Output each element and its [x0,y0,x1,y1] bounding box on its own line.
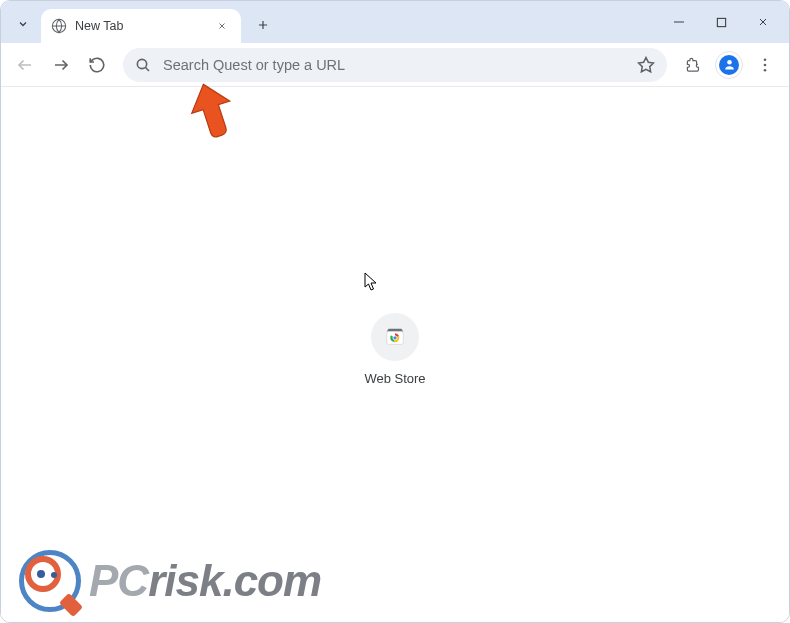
window-controls [659,1,783,43]
new-tab-button[interactable] [249,11,277,39]
back-button[interactable] [9,49,41,81]
tab-search-dropdown[interactable] [9,9,37,39]
watermark-text: PCrisk.com [89,556,321,606]
new-tab-content: Web Store PCrisk.com [1,87,789,622]
chevron-down-icon [17,18,29,30]
kebab-icon [756,56,774,74]
arrow-right-icon [52,56,70,74]
svg-line-13 [146,67,149,70]
avatar-icon [719,55,739,75]
close-window-button[interactable] [743,7,783,37]
close-icon [217,21,227,31]
reload-icon [88,56,106,74]
bookmark-button[interactable] [637,56,655,74]
shortcuts-grid: Web Store [340,313,450,386]
address-bar-input[interactable] [163,57,637,73]
toolbar [1,43,789,87]
svg-point-17 [764,63,767,66]
svg-point-12 [137,59,146,68]
svg-point-18 [764,68,767,71]
svg-point-15 [727,60,732,65]
tab-title: New Tab [75,19,213,33]
omnibox[interactable] [123,48,667,82]
watermark-pc: PC [89,556,148,605]
shortcut-webstore[interactable]: Web Store [340,313,450,386]
titlebar: New Tab [1,1,789,43]
browser-tab[interactable]: New Tab [41,9,241,43]
plus-icon [256,18,270,32]
maximize-icon [716,17,727,28]
svg-rect-7 [717,18,725,26]
minimize-button[interactable] [659,7,699,37]
watermark: PCrisk.com [19,550,321,612]
mouse-cursor-icon [364,272,379,296]
svg-marker-14 [639,57,654,71]
toolbar-right [677,49,781,81]
watermark-risk: risk.com [148,556,321,605]
globe-icon [51,18,67,34]
watermark-logo-icon [19,550,81,612]
search-icon [135,57,151,73]
reload-button[interactable] [81,49,113,81]
profile-button[interactable] [715,51,743,79]
extensions-button[interactable] [677,49,709,81]
menu-button[interactable] [749,49,781,81]
shortcut-label: Web Store [364,371,425,386]
tab-close-button[interactable] [213,17,231,35]
arrow-left-icon [16,56,34,74]
webstore-icon [371,313,419,361]
svg-point-16 [764,58,767,61]
star-icon [637,56,655,74]
maximize-button[interactable] [701,7,741,37]
minimize-icon [673,16,685,28]
puzzle-icon [684,56,702,74]
forward-button[interactable] [45,49,77,81]
close-icon [757,16,769,28]
